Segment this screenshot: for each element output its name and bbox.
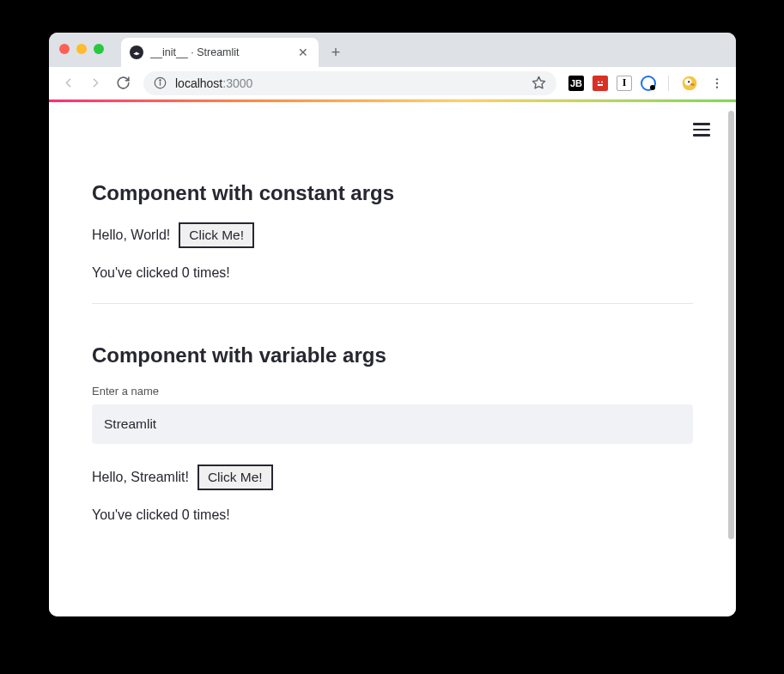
browser-window: __init__ · Streamlit ✕ + localhost:3000 … — [49, 33, 736, 616]
svg-rect-4 — [597, 79, 605, 87]
extension-circle-icon[interactable] — [641, 76, 656, 91]
new-tab-button[interactable]: + — [324, 40, 348, 64]
click-me-button[interactable]: Click Me! — [198, 465, 273, 490]
maximize-window-button[interactable] — [94, 44, 104, 54]
extension-i-icon[interactable]: I — [617, 76, 632, 91]
svg-point-13 — [716, 86, 718, 88]
extension-red-icon[interactable] — [593, 76, 608, 91]
chrome-toolbar: localhost:3000 JB I — [49, 67, 736, 100]
back-button[interactable] — [56, 71, 80, 95]
site-info-icon[interactable] — [154, 76, 167, 89]
streamlit-menu-button[interactable] — [693, 119, 714, 140]
bookmark-star-icon[interactable] — [532, 76, 546, 90]
app-viewport: Component with constant args Hello, Worl… — [49, 102, 736, 616]
svg-rect-7 — [598, 84, 603, 86]
app-content: Component with constant args Hello, Worl… — [49, 102, 736, 571]
svg-point-11 — [716, 78, 718, 80]
section-heading: Component with constant args — [92, 181, 693, 205]
section-constant-args: Component with constant args Hello, Worl… — [92, 181, 693, 281]
svg-point-2 — [160, 80, 161, 81]
extension-duck-icon[interactable] — [681, 75, 698, 92]
minimize-window-button[interactable] — [76, 44, 87, 54]
address-bar[interactable]: localhost:3000 — [143, 71, 556, 95]
close-tab-button[interactable]: ✕ — [296, 46, 310, 59]
section-heading: Component with variable args — [92, 343, 693, 367]
svg-point-6 — [601, 81, 603, 82]
greeting-text: Hello, Streamlit! — [92, 470, 189, 485]
input-label: Enter a name — [92, 385, 693, 398]
greeting-row: Hello, World! Click Me! — [92, 222, 693, 248]
section-variable-args: Component with variable args Enter a nam… — [92, 343, 693, 523]
svg-point-5 — [598, 81, 599, 82]
extension-icons: JB I — [565, 75, 702, 92]
browser-tab[interactable]: __init__ · Streamlit ✕ — [121, 38, 319, 67]
svg-point-12 — [716, 82, 718, 83]
close-window-button[interactable] — [59, 44, 70, 54]
extension-jb-icon[interactable]: JB — [568, 76, 584, 91]
forward-button[interactable] — [83, 71, 107, 95]
tab-title: __init__ · Streamlit — [150, 46, 289, 58]
name-input[interactable] — [92, 404, 693, 444]
url-text: localhost:3000 — [175, 76, 252, 90]
click-count-text: You've clicked 0 times! — [92, 265, 693, 281]
click-count-text: You've clicked 0 times! — [92, 507, 693, 523]
toolbar-separator — [668, 76, 669, 91]
click-me-button[interactable]: Click Me! — [179, 222, 254, 248]
svg-marker-3 — [532, 76, 544, 88]
divider — [92, 303, 693, 304]
svg-point-10 — [688, 81, 690, 82]
greeting-row: Hello, Streamlit! Click Me! — [92, 465, 693, 490]
reload-button[interactable] — [111, 71, 135, 95]
chrome-tabstrip: __init__ · Streamlit ✕ + — [49, 33, 736, 67]
greeting-text: Hello, World! — [92, 228, 170, 243]
chrome-menu-button[interactable] — [705, 71, 729, 95]
streamlit-favicon-icon — [130, 46, 143, 59]
window-controls — [59, 44, 104, 54]
scrollbar[interactable] — [728, 111, 734, 539]
